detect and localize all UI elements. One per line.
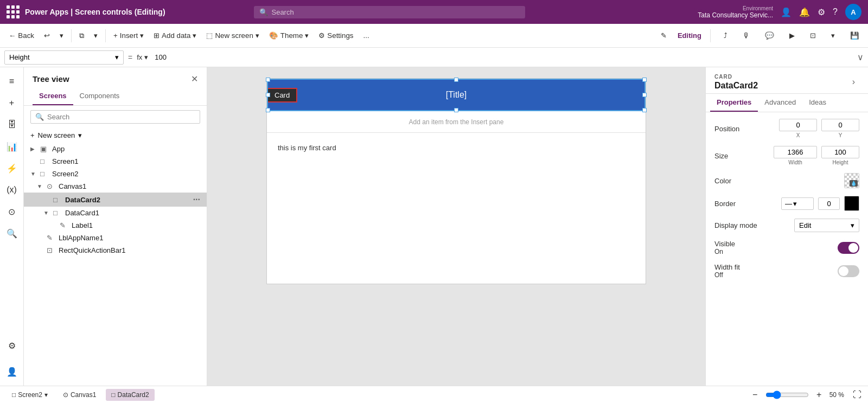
size-height-input[interactable]	[821, 146, 859, 158]
zoom-plus-button[interactable]: +	[813, 389, 825, 401]
mic-button[interactable]: 🎙	[738, 29, 754, 42]
tree-item-app[interactable]: ▶ ▣ App	[24, 143, 207, 155]
tree-item-label1[interactable]: ✎ Label1	[24, 219, 207, 232]
border-style-select[interactable]: — ▾	[781, 197, 814, 210]
layout-button[interactable]: ⊡	[806, 29, 820, 42]
tab-properties[interactable]: Properties	[710, 94, 758, 112]
status-datacard2[interactable]: □ DataCard2	[106, 389, 154, 401]
theme-button[interactable]: 🎨 Theme ▾	[265, 29, 313, 42]
datacard2-dots[interactable]: ···	[193, 195, 200, 204]
zoom-slider[interactable]	[765, 391, 809, 399]
new-screen-chevron: ▾	[256, 31, 259, 40]
pencil-icon-btn[interactable]: ✎	[656, 29, 671, 42]
charts-icon[interactable]: 📊	[2, 137, 22, 156]
tree-item-canvas1[interactable]: ▼ ⊙ Canvas1	[24, 180, 207, 193]
tree-item-lblappname1[interactable]: ✎ LblAppName1	[24, 232, 207, 244]
insert-icon-left[interactable]: +	[2, 93, 22, 113]
canvas-card-header[interactable]: Card [Title]	[267, 79, 646, 111]
more-button[interactable]: ...	[359, 29, 374, 42]
avatar[interactable]: A	[845, 4, 861, 20]
play-button[interactable]: ▶	[785, 29, 799, 42]
handle-tc[interactable]	[454, 78, 458, 82]
tree-search-box[interactable]: 🔍	[30, 110, 200, 124]
person-icon[interactable]: 👤	[781, 7, 792, 17]
tree-tabs: Screens Components	[24, 88, 207, 106]
settings-icon-left[interactable]: ⚙	[2, 336, 22, 355]
tree-item-datacard2[interactable]: □ DataCard2 ···	[24, 193, 207, 207]
canvas-area[interactable]: Card [Title] Add an item from the Insert…	[207, 67, 705, 386]
status-screen2[interactable]: □ Screen2 ▾	[7, 389, 53, 401]
insert-button[interactable]: + Insert ▾	[109, 29, 148, 42]
fullscreen-button[interactable]: ⛶	[853, 390, 861, 400]
tree-item-rectquickactionbar1[interactable]: ⊡ RectQuickActionBar1	[24, 244, 207, 257]
size-width-input[interactable]	[774, 146, 817, 158]
chat-button[interactable]: 💬	[761, 29, 778, 42]
editing-button[interactable]: Editing	[678, 31, 701, 40]
tree-item-screen2[interactable]: ▼ □ Screen2	[24, 168, 207, 180]
display-mode-select[interactable]: Edit ▾	[794, 219, 859, 232]
connections-icon[interactable]: ⚡	[2, 158, 22, 178]
formula-value: 100	[155, 53, 167, 61]
back-button[interactable]: ← Back	[4, 29, 39, 42]
right-panel-expand-button[interactable]: ›	[848, 73, 859, 91]
border-row: Border — ▾	[714, 196, 859, 211]
search-input[interactable]	[271, 8, 520, 16]
tree-view-icon[interactable]: ≡	[2, 72, 22, 91]
formula-expand-icon[interactable]: ∨	[857, 52, 864, 62]
undo-dropdown[interactable]: ▾	[55, 29, 68, 42]
property-selector[interactable]: Height ▾	[4, 50, 124, 65]
copy-dropdown[interactable]: ▾	[90, 29, 102, 42]
position-y-input[interactable]	[821, 119, 859, 131]
separator-1	[71, 29, 72, 42]
gear-icon[interactable]: ⚙	[818, 7, 825, 17]
color-dropper-icon: 💧	[850, 180, 858, 187]
canvas-content[interactable]: Card [Title] Add an item from the Insert…	[266, 78, 646, 284]
settings-button[interactable]: ⚙ Settings	[314, 29, 358, 42]
help-icon[interactable]: ?	[833, 7, 838, 17]
border-width-input[interactable]	[818, 197, 840, 210]
canvas-card-label[interactable]: Card	[267, 88, 297, 103]
status-canvas1[interactable]: ⊙ Canvas1	[58, 389, 101, 401]
copy-button[interactable]: ⧉	[75, 29, 88, 43]
tab-advanced[interactable]: Advanced	[758, 94, 802, 112]
handle-tl[interactable]	[266, 78, 270, 82]
width-fit-toggle[interactable]	[838, 265, 859, 277]
search-icon-left[interactable]: 🔍	[2, 223, 22, 243]
insert-icon: +	[113, 31, 118, 40]
layout-dropdown[interactable]: ▾	[827, 29, 839, 42]
new-screen-button[interactable]: ⬚ New screen ▾	[202, 29, 263, 42]
right-panel-properties: Position X Y Size	[706, 112, 868, 386]
size-label: Size	[714, 152, 728, 160]
tab-ideas[interactable]: Ideas	[802, 94, 833, 112]
account-icon-left[interactable]: 👤	[2, 362, 22, 381]
visible-toggle[interactable]	[838, 242, 859, 254]
tree-search-input[interactable]	[47, 113, 195, 121]
size-width-group: Width	[774, 146, 817, 165]
position-x-input[interactable]	[779, 119, 817, 131]
share-button[interactable]: ⤴	[719, 29, 732, 42]
bell-icon[interactable]: 🔔	[799, 7, 810, 17]
tab-screens[interactable]: Screens	[33, 88, 73, 105]
handle-tr[interactable]	[642, 78, 647, 82]
top-search-box[interactable]: 🔍	[254, 6, 525, 18]
media-icon[interactable]: ⊙	[2, 202, 22, 221]
search-icon: 🔍	[259, 8, 268, 16]
add-data-button[interactable]: ⊞ Add data ▾	[149, 29, 201, 42]
card-section-label: CARD	[714, 74, 758, 80]
tree-item-screen1[interactable]: □ Screen1	[24, 155, 207, 168]
undo-button[interactable]: ↩	[40, 29, 54, 42]
waffle-menu[interactable]	[7, 5, 20, 18]
zoom-minus-button[interactable]: −	[749, 389, 761, 401]
top-bar-right-section: Environment Tata Consultancy Servic... 👤…	[698, 4, 861, 20]
tree-close-button[interactable]: ✕	[191, 74, 198, 84]
insert-chevron: ▾	[140, 31, 144, 40]
variables-icon[interactable]: (x)	[2, 180, 22, 200]
color-swatch[interactable]: 💧	[844, 173, 859, 188]
save-button[interactable]: 💾	[846, 29, 864, 42]
border-color-swatch[interactable]	[844, 196, 859, 211]
data-icon[interactable]: 🗄	[2, 115, 22, 135]
tab-components[interactable]: Components	[73, 88, 126, 105]
tree-item-datacard1[interactable]: ▼ □ DataCard1	[24, 207, 207, 219]
canvas1-chevron: ▼	[37, 183, 44, 189]
new-screen-tree-button[interactable]: + New screen ▾	[24, 128, 207, 143]
